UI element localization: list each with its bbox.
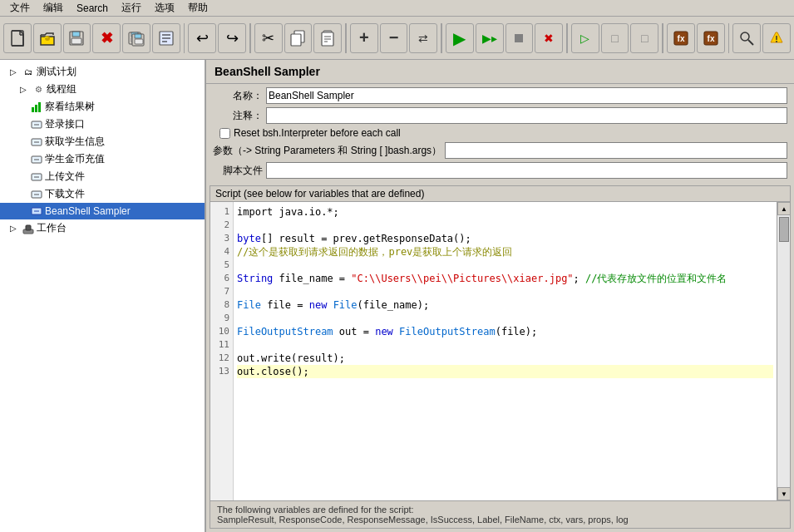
func1-button[interactable]: fx (667, 23, 695, 53)
sep4 (441, 23, 442, 53)
stop-red-button[interactable]: ✖ (535, 23, 563, 53)
svg-text:fx: fx (677, 34, 684, 43)
reset-row: Reset bsh.Interpreter before each call (213, 127, 787, 139)
save-button[interactable] (63, 23, 91, 53)
line-num: 1 (210, 205, 233, 219)
line-num: 9 (210, 312, 233, 325)
tree-item-download[interactable]: 下载文件 (0, 185, 205, 203)
scriptfile-input[interactable] (266, 162, 787, 179)
tree-label: 察看结果树 (45, 100, 95, 114)
remote-stop1-button[interactable]: □ (601, 23, 629, 53)
code-line-7 (237, 285, 773, 298)
comment-label: 注释： (213, 109, 263, 123)
collapse-button[interactable]: − (380, 23, 408, 53)
scriptfile-row: 脚本文件 (213, 162, 787, 179)
line-num: 3 (210, 232, 233, 245)
comment-input[interactable] (266, 107, 787, 124)
svg-point-31 (776, 41, 777, 42)
reset-checkbox[interactable] (219, 128, 230, 139)
svg-rect-6 (72, 38, 81, 44)
footer-line2: SampleResult, ResponseCode, ResponseMess… (217, 515, 783, 525)
tree-item-get-student[interactable]: 获取学生信息 (0, 133, 205, 150)
vertical-scrollbar[interactable]: ▲ ▼ (777, 202, 790, 500)
template-button[interactable] (152, 23, 180, 53)
clear-toolbar-button[interactable] (762, 23, 791, 53)
line-num: 5 (210, 259, 233, 272)
code-line-3: byte[] result = prev.getResponseData(); (237, 232, 773, 245)
copy-button[interactable] (284, 23, 313, 53)
tree-label: 上传文件 (45, 170, 85, 184)
line-num: 6 (210, 272, 233, 285)
svg-rect-33 (35, 105, 37, 112)
code-line-9 (237, 312, 773, 325)
tree-label: 测试计划 (37, 65, 76, 79)
start2-button[interactable]: ▶▸ (476, 23, 504, 53)
name-input[interactable] (266, 87, 787, 104)
redo-button[interactable]: ↪ (218, 23, 246, 53)
start-button[interactable]: ▶ (446, 23, 474, 53)
tree-item-upload[interactable]: 上传文件 (0, 168, 205, 185)
remote-stop2-button[interactable]: □ (630, 23, 658, 53)
tree-item-workbench[interactable]: ▷ 工作台 (0, 219, 205, 237)
remote-start-button[interactable]: ▷ (571, 23, 599, 53)
tree-label: 线程组 (47, 82, 76, 96)
line-num: 2 (210, 219, 233, 232)
new-button[interactable] (3, 23, 32, 53)
undo-button[interactable]: ↩ (188, 23, 216, 53)
login-icon (30, 118, 43, 131)
tree-item-student-gold[interactable]: 学生金币充值 (0, 150, 205, 168)
code-line-11 (237, 338, 773, 352)
tree-label: 下载文件 (45, 187, 85, 201)
reset-label: Reset bsh.Interpreter before each call (234, 127, 401, 139)
sep7 (728, 23, 730, 53)
tree-item-beanshell[interactable]: BeanShell Sampler (0, 203, 205, 219)
get-icon (30, 135, 43, 149)
line-num: 8 (210, 298, 233, 312)
svg-rect-34 (38, 102, 41, 112)
svg-rect-11 (135, 34, 141, 38)
script-header: Script (see below for variables that are… (210, 186, 790, 202)
tree-item-login[interactable]: 登录接口 (0, 116, 205, 133)
params-input[interactable] (445, 142, 787, 159)
scroll-up-arrow[interactable]: ▲ (777, 202, 790, 215)
tree-item-thread-group[interactable]: ▷ ⚙ 线程组 (0, 81, 205, 98)
tree-item-test-plan[interactable]: ▷ 🗂 测试计划 (0, 63, 205, 81)
scroll-thumb[interactable] (779, 217, 789, 242)
menu-run[interactable]: 运行 (115, 0, 148, 17)
code-line-8: File file = new File(file_name); (237, 298, 773, 312)
main-layout: ▷ 🗂 测试计划 ▷ ⚙ 线程组 察看结果树 登录接口 (0, 60, 794, 532)
menu-options[interactable]: 选项 (148, 0, 181, 17)
expand-icon: ▷ (7, 66, 20, 79)
svg-rect-48 (26, 225, 31, 230)
menu-edit[interactable]: 编辑 (37, 0, 70, 17)
sep1 (184, 23, 185, 53)
code-line-4: //这个是获取到请求返回的数据，prev是获取上个请求的返回 (237, 245, 773, 259)
tree-item-view-results[interactable]: 察看结果树 (0, 98, 205, 116)
line-numbers: 1 2 3 4 5 6 7 8 9 10 11 12 13 (210, 202, 234, 500)
open-button[interactable] (33, 23, 62, 53)
sep5 (566, 23, 568, 53)
search-toolbar-button[interactable] (732, 23, 761, 53)
code-line-6: String file_name = "C:\\Users\\pei\\Pict… (237, 272, 773, 285)
func2-button[interactable]: fx (697, 23, 725, 53)
code-editor[interactable]: import java.io.*; byte[] result = prev.g… (234, 202, 777, 500)
saveall-button[interactable] (122, 23, 150, 53)
paste-button[interactable] (313, 23, 342, 53)
scroll-down-arrow[interactable]: ▼ (777, 487, 790, 500)
toggle-button[interactable]: ⇄ (409, 23, 437, 53)
script-section: Script (see below for variables that are… (210, 185, 791, 529)
scroll-track[interactable] (777, 215, 790, 487)
tree-label: 工作台 (37, 221, 67, 235)
sep6 (662, 23, 663, 53)
menu-file[interactable]: 文件 (3, 0, 37, 17)
menu-help[interactable]: 帮助 (181, 0, 215, 17)
menu-search[interactable]: Search (70, 1, 115, 16)
expand-button[interactable]: + (350, 23, 378, 53)
line-num: 7 (210, 285, 233, 298)
beanshell-icon (30, 204, 43, 218)
cut-button[interactable]: ✂ (254, 23, 283, 53)
code-line-1: import java.io.*; (237, 205, 773, 219)
close-button[interactable]: ✖ (92, 23, 121, 53)
stop-button[interactable]: ⏹ (505, 23, 534, 53)
right-panel: BeanShell Sampler 名称： 注释： Reset bsh.Inte… (206, 60, 794, 532)
